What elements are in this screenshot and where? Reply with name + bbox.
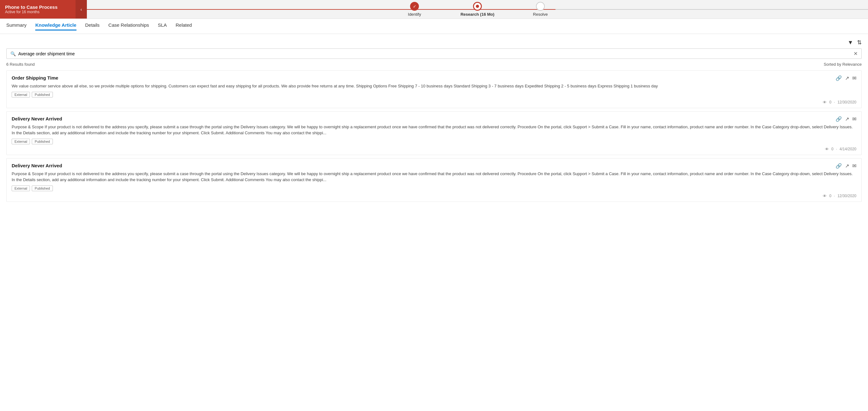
views-icon: 👁 xyxy=(823,100,827,105)
tag-external: External xyxy=(12,139,30,144)
article-tags: External Published xyxy=(12,185,856,191)
tag-external: External xyxy=(12,92,30,98)
search-icon: 🔍 xyxy=(10,51,16,56)
link-icon[interactable]: 🔗 xyxy=(836,75,842,81)
step-research[interactable]: Research (16 Mo) xyxy=(446,2,509,17)
tag-external: External xyxy=(12,185,30,191)
article-title[interactable]: Delivery Never Arrived xyxy=(12,116,62,122)
article-tags: External Published xyxy=(12,139,856,144)
process-collapse-button[interactable]: ‹ xyxy=(75,0,87,19)
article-card: Order Shipping Time 🔗 ↗ ✉ We value custo… xyxy=(6,70,862,108)
article-title[interactable]: Order Shipping Time xyxy=(12,75,58,80)
step-resolve-label: Resolve xyxy=(533,12,548,17)
step-identify[interactable]: ✓ Identify xyxy=(383,2,446,17)
share-icon[interactable]: ↗ xyxy=(845,116,849,122)
filter-icon[interactable]: ▼ xyxy=(847,39,853,46)
article-footer: 👁 0 · 4/14/2020 xyxy=(12,147,856,151)
share-icon[interactable]: ↗ xyxy=(845,163,849,169)
article-header: Delivery Never Arrived 🔗 ↗ ✉ xyxy=(12,116,856,122)
article-views: 0 xyxy=(829,100,832,104)
process-title-block: Phone to Case Process Active for 16 mont… xyxy=(0,0,75,19)
results-sort: Sorted by Relevance xyxy=(824,62,862,67)
email-icon[interactable]: ✉ xyxy=(852,116,856,122)
email-icon[interactable]: ✉ xyxy=(852,75,856,81)
tab-bar: Summary Knowledge Article Details Case R… xyxy=(0,19,868,34)
article-body: Purpose & Scope If your product is not d… xyxy=(12,171,856,183)
tag-published: Published xyxy=(32,185,53,191)
process-steps: ✓ Identify Research (16 Mo) Resolve xyxy=(87,2,868,17)
tab-knowledge-article[interactable]: Knowledge Article xyxy=(35,22,76,31)
article-date: 12/30/2020 xyxy=(837,194,856,198)
main-content: ▼ ⇅ 🔍 ✕ 6 Results found Sorted by Releva… xyxy=(0,34,868,210)
article-card: Delivery Never Arrived 🔗 ↗ ✉ Purpose & S… xyxy=(6,158,862,202)
article-header: Delivery Never Arrived 🔗 ↗ ✉ xyxy=(12,163,856,169)
step-identify-circle: ✓ xyxy=(410,2,419,11)
article-card: Delivery Never Arrived 🔗 ↗ ✉ Purpose & S… xyxy=(6,111,862,155)
article-header: Order Shipping Time 🔗 ↗ ✉ xyxy=(12,75,856,81)
clear-search-icon[interactable]: ✕ xyxy=(854,50,858,57)
article-actions: 🔗 ↗ ✉ xyxy=(836,75,856,81)
link-icon[interactable]: 🔗 xyxy=(836,163,842,169)
results-meta: 6 Results found Sorted by Relevance xyxy=(6,62,862,67)
article-footer: 👁 0 · 12/30/2020 xyxy=(12,100,856,105)
tab-sla[interactable]: SLA xyxy=(158,22,167,31)
article-tags: External Published xyxy=(12,92,856,98)
tab-details[interactable]: Details xyxy=(85,22,100,31)
article-actions: 🔗 ↗ ✉ xyxy=(836,163,856,169)
article-footer: 👁 0 · 12/30/2020 xyxy=(12,194,856,198)
tag-published: Published xyxy=(32,92,53,98)
search-toolbar: ▼ ⇅ xyxy=(6,39,862,46)
article-date: 4/14/2020 xyxy=(840,147,856,151)
link-icon[interactable]: 🔗 xyxy=(836,116,842,122)
step-resolve-circle xyxy=(536,2,545,11)
article-title[interactable]: Delivery Never Arrived xyxy=(12,163,62,168)
process-bar: Phone to Case Process Active for 16 mont… xyxy=(0,0,868,19)
article-body: Purpose & Scope If your product is not d… xyxy=(12,124,856,136)
tab-case-relationships[interactable]: Case Relationships xyxy=(108,22,149,31)
article-actions: 🔗 ↗ ✉ xyxy=(836,116,856,122)
sort-icon[interactable]: ⇅ xyxy=(857,39,862,46)
search-bar[interactable]: 🔍 ✕ xyxy=(6,48,862,59)
email-icon[interactable]: ✉ xyxy=(852,163,856,169)
tab-related[interactable]: Related xyxy=(176,22,192,31)
article-body: We value customer service above all else… xyxy=(12,83,856,89)
article-date: 12/30/2020 xyxy=(837,100,856,104)
article-views: 0 xyxy=(829,194,832,198)
step-research-circle xyxy=(473,2,482,11)
step-research-label: Research (16 Mo) xyxy=(460,12,494,17)
process-name: Phone to Case Process xyxy=(5,4,70,10)
separator: · xyxy=(834,100,835,104)
article-views: 0 xyxy=(832,147,834,151)
step-identify-label: Identify xyxy=(408,12,421,17)
search-input[interactable] xyxy=(18,51,854,56)
share-icon[interactable]: ↗ xyxy=(845,75,849,81)
process-status: Active for 16 months xyxy=(5,10,70,14)
views-icon: 👁 xyxy=(823,194,827,198)
separator: · xyxy=(836,147,837,151)
results-count: 6 Results found xyxy=(6,62,35,67)
tab-summary[interactable]: Summary xyxy=(6,22,26,31)
views-icon: 👁 xyxy=(825,147,829,151)
separator: · xyxy=(834,194,835,198)
step-resolve[interactable]: Resolve xyxy=(509,2,572,17)
tag-published: Published xyxy=(32,139,53,144)
